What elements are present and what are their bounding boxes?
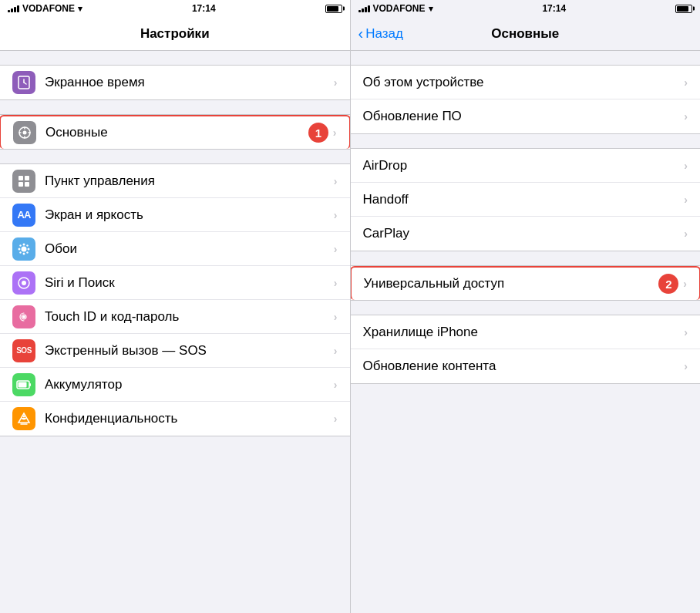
touch-id-row[interactable]: Touch ID и код-пароль › [0, 300, 350, 334]
touch-id-icon [12, 305, 35, 328]
airdrop-chevron: › [684, 160, 688, 172]
right-battery-icon [675, 5, 692, 13]
accessibility-chevron: › [683, 278, 687, 290]
wallpaper-label: Обои [45, 241, 334, 257]
left-panel: VODAFONE ▾ 17:14 Настройки [0, 0, 350, 613]
general-badge: 1 [308, 123, 328, 143]
back-label: Назад [365, 26, 403, 42]
svg-rect-27 [29, 383, 31, 386]
sos-row[interactable]: SOS Экстренный вызов — SOS › [0, 334, 350, 368]
group4-section: Хранилище iPhone › Обновление контента › [351, 315, 701, 384]
left-time: 17:14 [192, 3, 216, 14]
wallpaper-chevron: › [334, 243, 338, 255]
left-content: Экранное время › Основные [0, 51, 350, 613]
software-update-row[interactable]: Обновление ПО › [351, 99, 701, 133]
left-status-right [325, 5, 342, 13]
svg-rect-9 [19, 176, 23, 180]
general-row[interactable]: Основные 1 › [0, 115, 350, 149]
signal-bars-icon [8, 5, 19, 12]
right-status-right [675, 5, 692, 13]
software-update-label: Обновление ПО [363, 109, 685, 124]
svg-point-23 [22, 281, 26, 285]
svg-line-2 [24, 83, 26, 84]
display-icon: AA [12, 204, 35, 227]
airdrop-label: AirDrop [363, 158, 685, 173]
iphone-storage-label: Хранилище iPhone [363, 325, 685, 340]
control-center-chevron: › [334, 175, 338, 187]
r-spacer0 [351, 51, 701, 65]
spacer2 [0, 100, 350, 114]
general-icon [13, 121, 36, 144]
right-status-left: VODAFONE ▾ [358, 3, 433, 14]
privacy-label: Конфиденциальность [45, 411, 334, 426]
sos-label: Экстренный вызов — SOS [45, 343, 334, 359]
siri-chevron: › [334, 277, 338, 289]
svg-rect-26 [19, 382, 27, 387]
svg-rect-11 [19, 182, 23, 187]
general-section: Основные 1 › [0, 114, 350, 150]
svg-point-17 [28, 248, 30, 250]
group2-section: AirDrop › Handoff › CarPlay › [351, 148, 701, 251]
battery-row[interactable]: Аккумулятор › [0, 368, 350, 402]
svg-point-4 [23, 131, 27, 135]
right-carrier-label: VODAFONE [373, 3, 426, 14]
screen-time-section: Экранное время › [0, 65, 350, 100]
right-time: 17:14 [542, 3, 566, 14]
spacer3 [0, 150, 350, 163]
svg-rect-10 [25, 176, 29, 180]
carplay-row[interactable]: CarPlay › [351, 217, 701, 251]
handoff-row[interactable]: Handoff › [351, 183, 701, 217]
about-row[interactable]: Об этом устройстве › [351, 66, 701, 99]
screen-time-chevron: › [334, 76, 338, 89]
sos-chevron: › [334, 345, 338, 357]
svg-point-19 [26, 244, 28, 246]
iphone-storage-chevron: › [684, 326, 688, 338]
bg-refresh-row[interactable]: Обновление контента › [351, 349, 701, 383]
control-center-icon [12, 170, 35, 193]
wallpaper-row[interactable]: Обои › [0, 232, 350, 266]
touch-id-label: Touch ID и код-пароль [45, 309, 334, 325]
wifi-icon: ▾ [78, 4, 82, 14]
svg-point-29 [23, 416, 25, 418]
right-status-bar: VODAFONE ▾ 17:14 [351, 0, 701, 17]
carrier-label: VODAFONE [22, 3, 75, 14]
bottom-spacer [0, 436, 350, 450]
carplay-chevron: › [684, 227, 688, 240]
bg-refresh-label: Обновление контента [363, 359, 685, 374]
display-row[interactable]: AA Экран и яркость › [0, 198, 350, 232]
software-update-chevron: › [684, 110, 688, 123]
group3-section: Универсальный доступ 2 › [351, 265, 701, 301]
accessibility-row[interactable]: Универсальный доступ 2 › [351, 266, 701, 300]
handoff-label: Handoff [363, 192, 685, 207]
wallpaper-icon [12, 237, 35, 261]
svg-point-16 [19, 248, 21, 250]
general-label: Основные [45, 125, 302, 140]
svg-point-14 [23, 243, 25, 245]
back-button[interactable]: ‹ Назад [358, 26, 403, 42]
group1-section: Об этом устройстве › Обновление ПО › [351, 65, 701, 134]
privacy-row[interactable]: Конфиденциальность › [0, 402, 350, 436]
general-chevron: › [333, 126, 337, 139]
left-nav-bar: Настройки [0, 17, 350, 51]
siri-label: Siri и Поиск [45, 275, 334, 291]
left-nav-title: Настройки [140, 26, 210, 42]
siri-row[interactable]: Siri и Поиск › [0, 266, 350, 300]
svg-point-20 [19, 251, 21, 253]
privacy-icon [12, 407, 35, 430]
svg-point-15 [23, 252, 25, 254]
bg-refresh-chevron: › [684, 360, 688, 372]
battery-label: Аккумулятор [45, 377, 334, 392]
handoff-chevron: › [684, 194, 688, 206]
screen-time-row[interactable]: Экранное время › [0, 66, 350, 99]
about-label: Об этом устройстве [363, 75, 685, 90]
sos-icon: SOS [12, 339, 35, 362]
control-center-row[interactable]: Пункт управления › [0, 164, 350, 198]
r-spacer2 [351, 251, 701, 265]
siri-icon [12, 271, 35, 295]
iphone-storage-row[interactable]: Хранилище iPhone › [351, 315, 701, 349]
left-status-bar: VODAFONE ▾ 17:14 [0, 0, 350, 17]
display-label: Экран и яркость [45, 207, 334, 223]
right-wifi-icon: ▾ [429, 4, 433, 14]
display-chevron: › [334, 209, 338, 221]
airdrop-row[interactable]: AirDrop › [351, 149, 701, 183]
